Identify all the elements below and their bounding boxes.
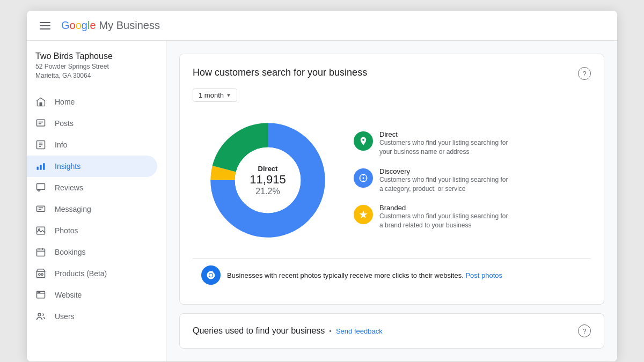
tip-bar: Businesses with recent photos typically … bbox=[193, 258, 591, 291]
sidebar-item-messaging[interactable]: Messaging bbox=[27, 198, 157, 220]
donut-center-label: Direct bbox=[250, 165, 286, 173]
sidebar-item-bookings[interactable]: Bookings bbox=[27, 241, 157, 263]
direct-desc: Customers who find your listing searchin… bbox=[379, 138, 508, 157]
menu-button[interactable] bbox=[38, 20, 53, 32]
bookings-icon bbox=[35, 247, 46, 257]
direct-label: Direct bbox=[379, 130, 508, 138]
svg-rect-10 bbox=[43, 163, 45, 170]
svg-point-23 bbox=[41, 274, 43, 275]
svg-rect-11 bbox=[37, 183, 45, 189]
branded-desc: Customers who find your listing searchin… bbox=[379, 212, 508, 230]
svg-point-28 bbox=[38, 313, 41, 316]
photos-icon bbox=[35, 225, 46, 236]
sidebar-item-reviews[interactable]: Reviews bbox=[27, 177, 157, 198]
legend-discovery: Discovery Customers who find your listin… bbox=[354, 167, 508, 194]
search-insights-card: How customers search for your business ?… bbox=[179, 54, 604, 305]
chart-legend: Direct Customers who find your listing s… bbox=[354, 130, 508, 230]
sidebar-info-label: Info bbox=[55, 141, 67, 149]
website-icon bbox=[35, 290, 46, 300]
sidebar-item-home[interactable]: Home bbox=[27, 91, 157, 113]
svg-rect-21 bbox=[37, 271, 45, 277]
sidebar-item-users[interactable]: Users bbox=[27, 306, 157, 327]
queries-card: Queries used to find your business • Sen… bbox=[179, 313, 604, 349]
insights-icon bbox=[35, 161, 46, 172]
svg-point-22 bbox=[39, 274, 40, 275]
donut-center-value: 11,915 bbox=[250, 173, 286, 187]
logo-subtitle: My Business bbox=[99, 19, 160, 32]
discovery-text: Discovery Customers who find your listin… bbox=[379, 167, 508, 194]
info-icon bbox=[35, 139, 46, 150]
donut-center: Direct 11,915 21.2% bbox=[250, 165, 286, 196]
main-content: How customers search for your business ?… bbox=[166, 41, 617, 361]
card-header: How customers search for your business ? bbox=[193, 67, 591, 80]
sidebar-home-label: Home bbox=[55, 98, 75, 106]
logo: Google My Business bbox=[61, 19, 160, 32]
legend-branded: Branded Customers who find your listing … bbox=[354, 204, 508, 230]
tip-text: Businesses with recent photos typically … bbox=[227, 271, 502, 279]
business-address: 52 Powder Springs Street Marietta, GA 30… bbox=[35, 62, 157, 80]
svg-rect-15 bbox=[37, 227, 45, 234]
discovery-label: Discovery bbox=[379, 167, 508, 175]
discovery-icon bbox=[354, 168, 373, 188]
camera-icon bbox=[201, 265, 221, 285]
send-feedback-link[interactable]: Send feedback bbox=[336, 327, 383, 335]
period-label: 1 month bbox=[199, 91, 224, 99]
card-title: How customers search for your business bbox=[193, 67, 367, 78]
legend-direct: Direct Customers who find your listing s… bbox=[354, 130, 508, 157]
reviews-icon bbox=[35, 182, 46, 193]
donut-chart: Direct 11,915 21.2% bbox=[203, 116, 332, 245]
svg-rect-9 bbox=[40, 165, 41, 169]
messaging-icon bbox=[35, 204, 46, 215]
sidebar-posts-label: Posts bbox=[55, 119, 74, 128]
posts-icon bbox=[35, 118, 46, 129]
sidebar-website-label: Website bbox=[55, 291, 82, 299]
sidebar-reviews-label: Reviews bbox=[55, 183, 83, 192]
svg-point-27 bbox=[39, 292, 40, 292]
branded-text: Branded Customers who find your listing … bbox=[379, 204, 508, 230]
discovery-desc: Customers who find your listing searchin… bbox=[379, 175, 508, 194]
period-dropdown-arrow: ▼ bbox=[226, 92, 231, 98]
post-photos-link[interactable]: Post photos bbox=[465, 271, 502, 279]
sidebar-item-insights[interactable]: Insights bbox=[27, 156, 157, 177]
direct-icon bbox=[354, 131, 373, 151]
svg-point-26 bbox=[38, 292, 38, 292]
chart-area: Direct 11,915 21.2% Direct bbox=[193, 110, 591, 250]
period-selector[interactable]: 1 month ▼ bbox=[193, 88, 237, 102]
svg-rect-17 bbox=[37, 249, 45, 256]
svg-rect-1 bbox=[37, 120, 45, 126]
queries-help-button[interactable]: ? bbox=[578, 324, 591, 337]
business-info: Two Birds Taphouse 52 Powder Springs Str… bbox=[27, 51, 166, 91]
sidebar-messaging-label: Messaging bbox=[55, 205, 91, 213]
app-window: Google My Business Two Birds Taphouse 52… bbox=[27, 11, 617, 361]
sidebar-products-label: Products (Beta) bbox=[55, 269, 107, 278]
queries-title: Queries used to find your business • Sen… bbox=[193, 326, 383, 336]
sidebar-item-photos[interactable]: Photos bbox=[27, 220, 157, 241]
sidebar-bookings-label: Bookings bbox=[55, 248, 86, 256]
donut-center-pct: 21.2% bbox=[250, 187, 286, 196]
sidebar-insights-label: Insights bbox=[55, 162, 80, 171]
branded-label: Branded bbox=[379, 204, 508, 212]
branded-icon bbox=[354, 205, 373, 224]
sidebar: Two Birds Taphouse 52 Powder Springs Str… bbox=[27, 41, 166, 361]
sidebar-users-label: Users bbox=[55, 312, 75, 321]
main-layout: Two Birds Taphouse 52 Powder Springs Str… bbox=[27, 41, 617, 361]
sidebar-item-products[interactable]: Products (Beta) bbox=[27, 263, 157, 284]
sidebar-item-info[interactable]: Info bbox=[27, 134, 157, 156]
users-icon bbox=[35, 311, 46, 322]
direct-text: Direct Customers who find your listing s… bbox=[379, 130, 508, 157]
svg-rect-0 bbox=[40, 102, 42, 106]
products-icon bbox=[35, 268, 46, 279]
topbar: Google My Business bbox=[27, 11, 617, 41]
sidebar-photos-label: Photos bbox=[55, 226, 78, 235]
google-logo: Google bbox=[61, 19, 96, 32]
svg-rect-8 bbox=[37, 166, 39, 169]
help-button[interactable]: ? bbox=[578, 67, 591, 80]
home-icon bbox=[35, 97, 46, 107]
sidebar-item-posts[interactable]: Posts bbox=[27, 113, 157, 134]
business-name: Two Birds Taphouse bbox=[35, 51, 157, 61]
svg-rect-12 bbox=[37, 206, 45, 211]
sidebar-item-website[interactable]: Website bbox=[27, 284, 157, 306]
